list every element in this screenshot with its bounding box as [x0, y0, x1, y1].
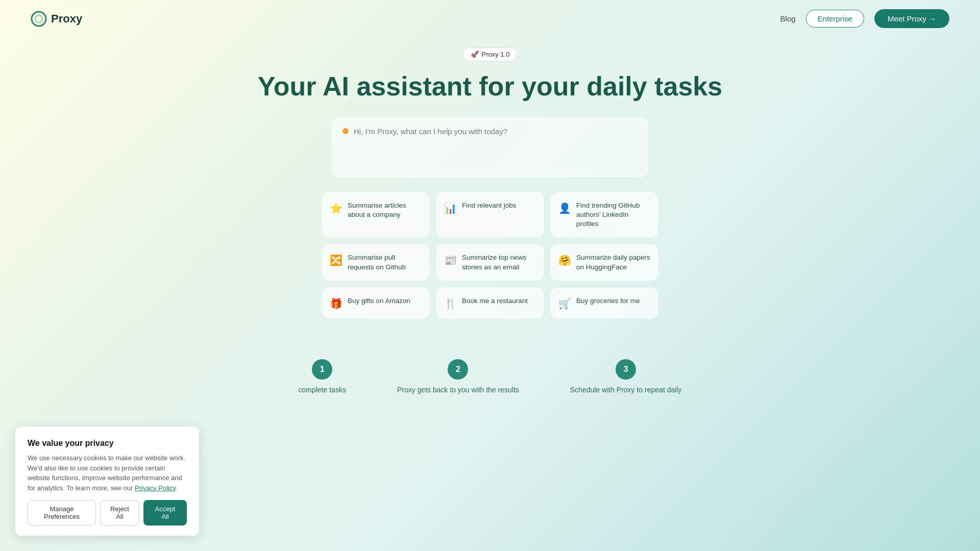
suggestion-card-7[interactable]: 🎁Buy gifts on Amazon	[322, 288, 429, 318]
card-text-6: Summarize daily papers on HuggingFace	[576, 253, 650, 271]
svg-point-0	[32, 12, 46, 26]
suggestion-card-8[interactable]: 🍴Book me a restaurant	[436, 288, 544, 318]
accept-all-button[interactable]: Accept All	[143, 500, 187, 525]
step-2-label: Proxy gets back to you with the results	[397, 386, 519, 394]
privacy-buttons: Manage Preferences Reject All Accept All	[28, 500, 187, 525]
suggestion-card-6[interactable]: 🤗Summarize daily papers on HuggingFace	[551, 244, 658, 280]
step-3-label: Schedule with Proxy to repeat daily	[570, 386, 682, 394]
reject-all-button[interactable]: Reject All	[100, 500, 139, 525]
card-text-1: Summarise articles about a company	[348, 201, 422, 219]
version-badge: 🚀 Proxy 1.0	[463, 47, 518, 61]
privacy-title: We value your privacy	[28, 439, 187, 448]
gift-icon: 🎁	[330, 297, 342, 310]
card-text-5: Summarize top news stories as an email	[462, 253, 536, 271]
manage-preferences-button[interactable]: Manage Preferences	[28, 500, 96, 525]
enterprise-button[interactable]: Enterprise	[806, 10, 864, 28]
badge-label: Proxy 1.0	[482, 51, 510, 58]
hugging-face-icon: 🤗	[558, 254, 571, 266]
privacy-policy-link[interactable]: Privacy Policy	[135, 484, 176, 492]
step-2: 2 Proxy gets back to you with the result…	[397, 359, 519, 394]
meet-proxy-button[interactable]: Meet Proxy →	[874, 9, 949, 28]
card-text-2: Find relevant jobs	[462, 201, 517, 210]
card-text-4: Summarise pull requests on Github	[348, 253, 422, 271]
suggestion-card-1[interactable]: ⭐Summarise articles about a company	[322, 192, 429, 238]
card-text-8: Book me a restaurant	[462, 296, 528, 306]
step-1-number: 1	[312, 359, 332, 380]
suggestion-cards-grid: ⭐Summarise articles about a company📊Find…	[311, 192, 669, 318]
suggestion-card-3[interactable]: 👤Find trending GitHub authors' LinkedIn …	[551, 192, 658, 238]
badge-emoji: 🚀	[471, 51, 479, 58]
chat-input-area[interactable]: Hi, I'm Proxy, what can I help you with …	[332, 117, 648, 177]
newspaper-icon: 📰	[444, 254, 457, 266]
hero-section: 🚀 Proxy 1.0 Your AI assistant for your d…	[0, 37, 980, 344]
restaurant-icon: 🍴	[444, 297, 457, 310]
card-text-9: Buy groceries for me	[576, 296, 640, 306]
privacy-banner: We value your privacy We use necessary c…	[15, 427, 199, 536]
privacy-body: We use necessary cookies to make our web…	[28, 453, 187, 493]
cart-icon: 🛒	[558, 297, 571, 310]
status-dot	[342, 128, 349, 134]
step-3: 3 Schedule with Proxy to repeat daily	[570, 359, 682, 394]
git-merge-icon: 🔀	[330, 254, 342, 266]
step-1-label: complete tasks	[299, 386, 346, 394]
suggestion-card-9[interactable]: 🛒Buy groceries for me	[551, 288, 658, 318]
logo-text: Proxy	[51, 12, 82, 26]
nav-right: Blog Enterprise Meet Proxy →	[780, 9, 949, 28]
card-text-3: Find trending GitHub authors' LinkedIn p…	[576, 201, 650, 229]
step-2-number: 2	[448, 359, 468, 380]
suggestion-card-4[interactable]: 🔀Summarise pull requests on Github	[322, 244, 429, 280]
step-3-number: 3	[616, 359, 636, 380]
logo-icon	[31, 11, 47, 27]
suggestion-card-2[interactable]: 📊Find relevant jobs	[436, 192, 544, 238]
placeholder-text: Hi, I'm Proxy, what can I help you with …	[354, 127, 507, 136]
card-text-7: Buy gifts on Amazon	[348, 296, 410, 306]
logo[interactable]: Proxy	[31, 11, 82, 27]
user-search-icon: 👤	[558, 202, 571, 214]
suggestion-card-5[interactable]: 📰Summarize top news stories as an email	[436, 244, 544, 280]
svg-point-1	[35, 15, 42, 22]
step-1: 1 complete tasks	[299, 359, 346, 394]
star-icon: ⭐	[330, 202, 342, 214]
hero-headline: Your AI assistant for your daily tasks	[10, 71, 970, 102]
blog-link[interactable]: Blog	[780, 14, 796, 23]
bar-chart-icon: 📊	[444, 202, 457, 214]
chat-placeholder: Hi, I'm Proxy, what can I help you with …	[342, 127, 638, 136]
steps-section: 1 complete tasks 2 Proxy gets back to yo…	[0, 349, 980, 404]
